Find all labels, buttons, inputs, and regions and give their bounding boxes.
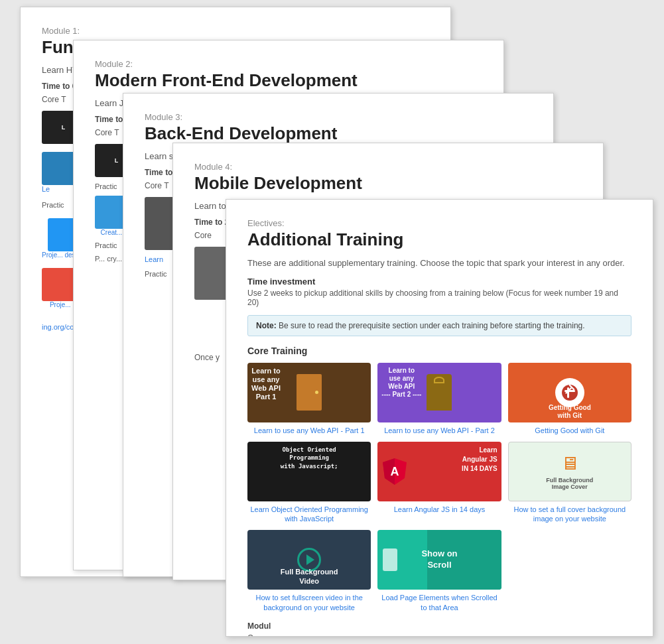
- bottom-stubs: Modul Once y 1. Bu 2. Bu 3. Bu 4. Bu 5. …: [247, 621, 631, 637]
- course-thumb-web-api-1: Learn touse anyWeb APIPart 1: [247, 363, 371, 422]
- svg-rect-0: [567, 387, 569, 398]
- module-2-title: Modern Front-End Development: [95, 70, 482, 91]
- module-4-label: Module 4:: [194, 162, 582, 172]
- thumb-text-web-api-1: Learn touse anyWeb APIPart 1: [251, 367, 281, 402]
- thumb-text-web-api-2: Learn touse anyWeb API---- Part 2 ----: [381, 367, 421, 399]
- bg-image-icon: 🖥: [561, 452, 579, 474]
- oop-thumb-text: Object OrientedProgrammingwith Javascrip…: [251, 446, 367, 471]
- time-investment-title: Time investment: [247, 277, 631, 287]
- module-stub-label: Modul: [247, 621, 631, 631]
- door2-icon: [427, 374, 452, 411]
- core-training-label: Core Training: [247, 346, 631, 356]
- course-git[interactable]: Getting Goodwith Git Getting Good with G…: [508, 363, 631, 435]
- svg-text:A: A: [391, 465, 399, 478]
- card2-stub-l: L: [115, 157, 119, 164]
- module-once-1: Once y: [247, 633, 631, 637]
- door-icon: [297, 374, 322, 411]
- play-triangle-icon: [306, 554, 314, 565]
- course-caption-bg-image: How to set a full cover background image…: [508, 505, 631, 524]
- angular-logo: A: [383, 458, 407, 485]
- courses-grid: Learn touse anyWeb APIPart 1 Learn to us…: [247, 363, 631, 612]
- electives-card: Electives: Additional Training These are…: [226, 199, 653, 637]
- svg-rect-1: [564, 390, 575, 392]
- card1-practi: Practic: [42, 201, 64, 209]
- course-thumb-oop: Object OrientedProgrammingwith Javascrip…: [247, 442, 371, 501]
- phone-icon: [383, 548, 397, 571]
- note-content: Be sure to read the prerequisite section…: [277, 321, 585, 330]
- module-3-label: Module 3:: [145, 112, 532, 122]
- course-thumb-bg-video: Full BackgroundVideo: [247, 530, 371, 590]
- scroll-thumb-text: Show onScroll: [421, 549, 457, 572]
- electives-label: Electives:: [247, 218, 631, 228]
- note-box: Note: Be sure to read the prerequisite s…: [247, 315, 631, 336]
- course-caption-web-api-2: Learn to use any Web API - Part 2: [384, 426, 495, 435]
- course-thumb-web-api-2: Learn touse anyWeb API---- Part 2 ----: [377, 363, 501, 422]
- course-caption-scroll: Load Page Elements when Scrolled to that…: [377, 593, 501, 612]
- card1-link1[interactable]: Le: [42, 185, 50, 193]
- course-thumb-git: Getting Goodwith Git: [508, 363, 631, 422]
- course-caption-angular: Learn Angular JS in 14 days: [394, 505, 486, 514]
- course-scroll[interactable]: Show onScroll Load Page Elements when Sc…: [377, 530, 501, 612]
- course-bg-image[interactable]: 🖥 Full BackgroundImage Cover How to set …: [508, 442, 631, 524]
- course-web-api-1[interactable]: Learn touse anyWeb APIPart 1 Learn to us…: [247, 363, 371, 435]
- bg-image-thumb-text: Full BackgroundImage Cover: [546, 477, 593, 491]
- bg-video-thumb-text: Full BackgroundVideo: [251, 567, 367, 586]
- course-caption-oop: Learn Object Oriented Programming with J…: [247, 505, 371, 524]
- git-icon: [561, 383, 579, 402]
- git-thumb-text: Getting Goodwith Git: [511, 404, 629, 420]
- angular-thumb-text: LearnAngular JSIN 14 DAYS: [462, 446, 498, 474]
- time-investment-desc: Use 2 weeks to pickup additional skills …: [247, 289, 631, 307]
- course-bg-video[interactable]: Full BackgroundVideo How to set fullscre…: [247, 530, 371, 612]
- module-1-label: Module 1:: [42, 26, 429, 36]
- electives-desc: These are additional supplementary train…: [247, 257, 631, 270]
- course-thumb-scroll: Show onScroll: [377, 530, 501, 590]
- course-caption-web-api-1: Learn to use any Web API - Part 1: [254, 426, 365, 435]
- course-oop[interactable]: Object OrientedProgrammingwith Javascrip…: [247, 442, 371, 524]
- note-label: Note:: [256, 321, 277, 330]
- course-caption-git: Getting Good with Git: [535, 426, 604, 435]
- course-web-api-2[interactable]: Learn touse anyWeb API---- Part 2 ---- L…: [377, 363, 501, 435]
- course-caption-bg-video: How to set fullscreen video in the backg…: [247, 593, 371, 612]
- course-thumb-angular: A LearnAngular JSIN 14 DAYS: [377, 442, 501, 501]
- git-logo-circle: [555, 378, 584, 407]
- course-thumb-bg-image: 🖥 Full BackgroundImage Cover: [508, 442, 631, 501]
- course-angular[interactable]: A LearnAngular JSIN 14 DAYS Learn Angula…: [377, 442, 501, 524]
- electives-title: Additional Training: [247, 229, 631, 250]
- module-2-label: Module 2:: [95, 59, 482, 69]
- module-4-title: Mobile Development: [194, 173, 582, 194]
- module-3-title: Back-End Development: [145, 123, 532, 144]
